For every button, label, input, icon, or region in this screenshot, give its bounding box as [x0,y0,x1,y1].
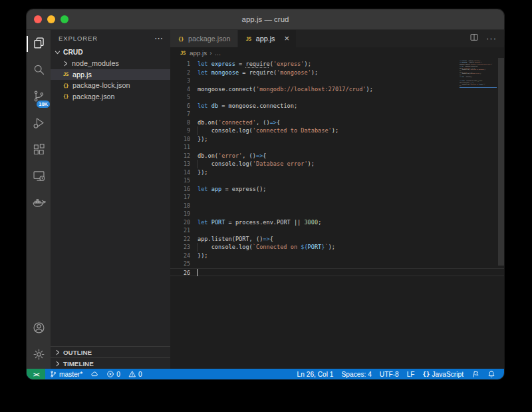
line-content [198,176,504,185]
sidebar-item-node-modules[interactable]: node_modules [51,58,170,69]
code-line-3: 3 [170,77,504,85]
sidebar-item-crud-root[interactable]: CRUD [51,47,170,58]
editor-actions: ··· [469,30,504,47]
search-icon [32,63,46,79]
git-branch-icon [49,370,57,378]
line-content [198,110,504,118]
traffic-lights [34,9,68,29]
explorer-header: EXPLORER ⋯ [51,30,170,47]
status-notifications[interactable] [483,369,499,379]
line-content [198,260,504,268]
sidebar-item-app-js[interactable]: JSapp.js [51,69,170,81]
breadcrumb[interactable]: JS app.js › … [170,47,504,58]
line-number: 6 [170,102,190,110]
code-line-16: 16let app = express(); [170,185,504,194]
chevron-down-icon [54,49,61,56]
tab-app-js[interactable]: JSapp.js× [238,30,296,47]
status-label: 0 [138,371,142,378]
code-line-8: 8db.on('connected', ()=>{ [170,118,504,127]
activity-bar-item-accounts[interactable] [27,315,51,342]
js-file-icon: JS [245,36,253,42]
activity-bar-item-explorer[interactable] [27,31,51,57]
remote-indicator[interactable]: >< [27,369,45,379]
status-cursor-position[interactable]: Ln 26, Col 1 [293,369,338,379]
sidebar-item-package-json[interactable]: {}package.json [51,91,170,103]
remote-explorer-icon [32,169,46,186]
activity-bar-item-run-debug[interactable] [27,110,51,137]
chevron-right-icon [54,349,61,356]
sidebar-section-outline[interactable]: OUTLINE [51,346,170,357]
code-line-2: 2let mongoose = require('mongoose'); [170,69,504,77]
breadcrumb-more[interactable]: … [214,49,221,57]
tab-package-json[interactable]: {}package.json [170,30,238,47]
close-window-button[interactable] [34,15,42,23]
files-icon [32,36,46,53]
code-line-12: 12db.on('error', ()=>{ [170,152,504,160]
explorer-title: EXPLORER [59,35,98,42]
status-encoding[interactable]: UTF-8 [376,369,403,379]
chevron-right-icon [62,60,69,67]
code-line-22: 22app.listen(PORT, ()=>{ [170,235,504,244]
status-label: 0 [116,371,120,378]
status-label: Spaces: 4 [342,371,372,378]
title-bar[interactable]: app.js — crud [27,9,504,30]
run-debug-icon [32,116,46,132]
status-eol[interactable]: LF [403,369,419,379]
minimize-window-button[interactable] [47,15,55,23]
status-sync-publish[interactable] [86,369,102,379]
json-file-icon: {} [62,93,70,99]
line-content: app.listen(PORT, ()=>{ [198,235,504,244]
zoom-window-button[interactable] [61,15,68,23]
code-line-23: 23 console.log(`Connected on ${PORT}`); [170,243,504,252]
code-line-4: 4mongoose.connect('mongodb://localhost:2… [170,85,504,94]
activity-bar-item-extensions[interactable] [27,137,51,164]
status-label: JavaScript [432,371,464,378]
sidebar-section-timeline[interactable]: TIMELINE [51,357,170,369]
code-line-10: 10}); [170,135,504,144]
breadcrumb-file[interactable]: app.js [190,49,207,57]
docker-icon [32,196,46,212]
js-file-icon: JS [62,71,70,77]
split-editor-icon[interactable] [469,33,479,45]
activity-bar-item-docker[interactable] [27,190,51,217]
breadcrumb-separator: › [209,49,211,57]
activity-bar-item-search[interactable] [27,57,51,84]
settings-gear-icon [32,347,46,364]
status-errors[interactable]: 0 [102,369,124,379]
line-number: 17 [170,193,190,202]
line-number: 10 [170,135,190,144]
text-cursor [198,269,198,276]
tab-label: package.json [188,35,231,43]
line-number: 16 [170,185,190,194]
line-content: let PORT = process.env.PORT || 3000; [198,218,504,227]
sync-cloud-icon [90,370,98,378]
activity-bar-item-settings[interactable] [27,342,51,369]
code-line-13: 13 console.log('Database error'); [170,160,504,168]
feedback-icon [471,370,479,378]
line-number: 18 [170,202,190,210]
indent-guide [198,160,198,168]
code-line-6: 6let db = mongoose.connection; [170,102,504,110]
status-language-mode[interactable]: {}JavaScript [419,369,467,379]
line-content: console.log('connected to Database'); [198,126,504,135]
line-number: 5 [170,93,190,102]
status-branch-indicator[interactable]: master* [45,369,86,379]
code-line-26: 26 [170,268,504,277]
status-indentation[interactable]: Spaces: 4 [338,369,376,379]
sidebar-item-package-lock-json[interactable]: {}package-lock.json [51,80,170,91]
activity-bar-item-remote-explorer[interactable] [27,164,51,190]
line-number: 11 [170,143,190,152]
activity-bar-item-source-control[interactable]: 10K [27,84,51,110]
window-title: app.js — crud [242,15,289,23]
tab-label: app.js [256,35,275,43]
error-icon [106,370,114,378]
line-content: let app = express(); [198,185,504,194]
status-warnings[interactable]: 0 [124,369,146,379]
line-number: 23 [170,243,190,252]
status-feedback[interactable] [467,369,483,379]
line-number: 24 [170,252,190,260]
line-number: 25 [170,260,190,268]
editor-scrollbar[interactable] [498,58,504,266]
code-editor[interactable]: 1let express = require('express');2let m… [170,58,504,369]
status-bar-right: Ln 26, Col 1Spaces: 4UTF-8LF{}JavaScript [293,369,504,379]
